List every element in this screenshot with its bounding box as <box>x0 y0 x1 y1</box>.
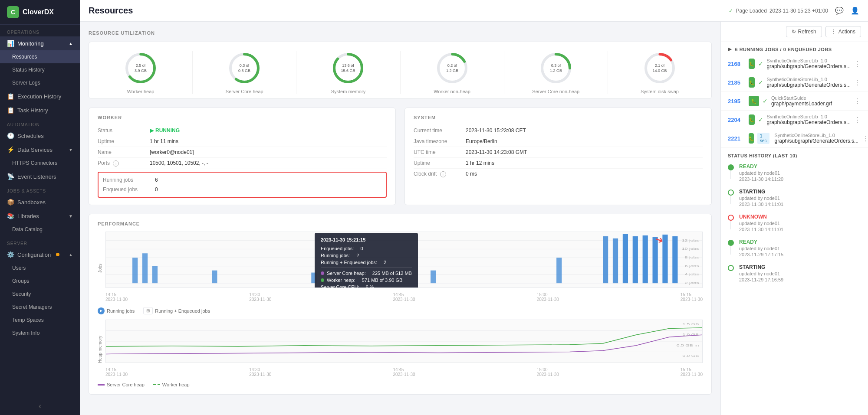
sidebar-item-schedules[interactable]: 🕐 Schedules <box>0 129 80 143</box>
sidebar-item-libraries[interactable]: 📚 Libraries ▼ <box>0 209 80 223</box>
sidebar-collapse-button[interactable]: ‹ <box>0 397 80 415</box>
job-item-2195[interactable]: 2195 🐛 ✓ QuickStartGuide graph/paymentsL… <box>721 92 868 111</box>
worker-status-row: Status ▶ RUNNING <box>98 125 387 136</box>
status-connector-4 <box>730 246 731 255</box>
job-icon-2168: 🐛 <box>749 59 755 69</box>
job-item-2168[interactable]: 2168 🐛 ✓ SyntheticOnlineStoreLib_1.0 gra… <box>721 55 868 73</box>
running-play-icon: ▶ <box>150 127 154 134</box>
gauge-server-core-non-heap: 0.3 of 1.2 GB Server Core non-heap <box>504 51 608 94</box>
job-more-2221[interactable]: ⋮ <box>862 134 868 143</box>
gauge-worker-non-heap: 0.2 of 1.2 GB Worker non-heap <box>401 51 504 94</box>
page-loaded-time: 2023-11-30 15:23 +01:00 <box>769 8 828 14</box>
svg-rect-49 <box>662 235 667 283</box>
java-timezone-row: Java timezone Europe/Berlin <box>414 136 703 147</box>
sidebar-item-execution-history[interactable]: 📋 Execution History <box>0 89 80 103</box>
job-path-2221: graph/subgraph/GenerateOrders.s... <box>775 138 858 144</box>
schedules-icon: 🕐 <box>7 132 14 139</box>
sidebar-item-temp-spaces[interactable]: Temp Spaces <box>0 314 80 327</box>
legend-running-jobs: ▶ Running jobs <box>98 307 135 314</box>
jobs-y-label: Jobs <box>98 232 105 304</box>
java-timezone-key: Java timezone <box>414 138 466 144</box>
actions-button[interactable]: ⋮ Actions <box>825 26 861 37</box>
sidebar-item-data-catalog[interactable]: Data Catalog <box>0 223 80 236</box>
worker-ports-row: Ports i 10500, 10501, 10502, -, - <box>98 158 387 169</box>
svg-rect-36 <box>132 258 138 283</box>
configuration-icon: ⚙️ <box>7 251 14 258</box>
svg-rect-47 <box>643 235 648 283</box>
system-panel: SYSTEM Current time 2023-11-30 15:23:08 … <box>404 108 712 205</box>
job-id-2168: 2168 <box>728 61 745 67</box>
sidebar-item-resources[interactable]: Resources <box>0 50 80 63</box>
job-item-2185[interactable]: 2185 🐛 ✓ SyntheticOnlineStoreLib_1.0 gra… <box>721 73 868 92</box>
clock-drift-key: Clock drift i <box>414 171 466 177</box>
gauge-system-memory: 13.6 of 15.6 GB System memory <box>296 51 400 94</box>
system-panel-title: SYSTEM <box>414 115 703 120</box>
sidebar-item-monitoring-label: Monitoring <box>17 40 44 47</box>
libraries-expand-icon: ▼ <box>69 214 73 219</box>
job-more-2195[interactable]: ⋮ <box>854 97 861 105</box>
job-more-2168[interactable]: ⋮ <box>854 60 861 68</box>
sidebar-item-https-connectors[interactable]: HTTPS Connectors <box>0 157 80 170</box>
section-label-server: SERVER <box>0 236 80 248</box>
sidebar-item-https-connectors-label: HTTPS Connectors <box>12 160 57 166</box>
job-more-2204[interactable]: ⋮ <box>854 116 861 124</box>
gauge-worker-heap: 2.5 of 3.9 GB Worker heap <box>89 51 193 94</box>
refresh-button[interactable]: ↻ Refresh <box>786 26 822 37</box>
status-meta-unknown: updated by node01 <box>739 221 861 226</box>
info-panels: WORKER Status ▶ RUNNING Uptime 1 hr 11 m… <box>89 108 712 205</box>
enqueued-jobs-value: 0 <box>155 186 158 193</box>
server-core-heap-legend-line <box>98 384 105 386</box>
svg-text:0.5 GB: 0.5 GB <box>238 69 250 73</box>
sidebar-item-system-info[interactable]: System Info <box>0 327 80 340</box>
sidebar-item-data-services[interactable]: ⚡ Data Services ▼ <box>0 143 80 157</box>
ports-info-icon[interactable]: i <box>113 160 119 167</box>
sidebar-item-configuration[interactable]: ⚙️ Configuration ▲ <box>0 248 80 261</box>
svg-rect-45 <box>623 234 628 283</box>
sidebar-item-event-listeners[interactable]: 📡 Event Listeners <box>0 170 80 183</box>
job-item-2221[interactable]: 2221 🐛 1 sec SyntheticOnlineStoreLib_1.0… <box>721 129 868 148</box>
sidebar-item-users[interactable]: Users <box>0 261 80 274</box>
status-dot-starting-1 <box>728 190 734 196</box>
status-history-section: STATUS HISTORY (LAST 10) READY updated b… <box>721 148 868 294</box>
sidebar-item-secret-managers[interactable]: Secret Managers <box>0 301 80 314</box>
sidebar-item-sandboxes[interactable]: 📦 Sandboxes <box>0 195 80 209</box>
status-time-starting-1: 2023-11-30 14:11:01 <box>739 202 861 207</box>
page-title: Resources <box>89 6 133 16</box>
svg-rect-50 <box>672 236 677 283</box>
gauge-worker-heap-label: Worker heap <box>127 89 155 94</box>
java-timezone-value: Europe/Berlin <box>466 138 497 144</box>
chart-legend: ▶ Running jobs ⊞ Running + Enqueued jobs <box>98 307 703 314</box>
sidebar-item-security[interactable]: Security <box>0 288 80 301</box>
performance-title: PERFORMANCE <box>98 221 703 226</box>
status-time-unknown: 2023-11-30 14:11:01 <box>739 227 861 232</box>
current-time-value: 2023-11-30 15:23:08 CET <box>466 127 526 134</box>
svg-rect-43 <box>603 236 608 283</box>
sidebar-item-groups[interactable]: Groups <box>0 274 80 288</box>
sidebar-item-task-history[interactable]: 📋 Task History <box>0 103 80 117</box>
status-content-ready-1: READY updated by node01 2023-11-30 14:11… <box>739 163 861 182</box>
logo-text: CloverDX <box>23 8 54 16</box>
sidebar-item-server-logs[interactable]: Server Logs <box>0 76 80 89</box>
sidebar-item-monitoring[interactable]: 📊 Monitoring ▲ <box>0 36 80 50</box>
enqueued-jobs-row: Enqueued jobs 0 <box>103 185 381 194</box>
job-name-2204: SyntheticOnlineStoreLib_1.0 <box>767 114 851 119</box>
worker-ports-key: Ports i <box>98 160 150 167</box>
status-content-starting-1: STARTING updated by node01 2023-11-30 14… <box>739 189 861 207</box>
messages-icon[interactable]: 💬 <box>835 7 844 15</box>
sidebar-item-server-logs-label: Server Logs <box>12 80 40 86</box>
svg-rect-38 <box>152 266 158 283</box>
svg-text:1.5 GB: 1.5 GB <box>682 322 699 326</box>
clock-drift-info-icon[interactable]: i <box>440 171 446 177</box>
sidebar-item-task-history-label: Task History <box>17 107 48 114</box>
status-item-unknown: UNKNOWN updated by node01 2023-11-30 14:… <box>728 214 861 232</box>
job-icon-2221: 🐛 <box>749 133 754 144</box>
status-item-starting-2: STARTING updated by node01 2023-11-29 17… <box>728 264 861 282</box>
job-more-2185[interactable]: ⋮ <box>854 78 861 87</box>
svg-rect-46 <box>633 236 638 283</box>
user-icon[interactable]: 👤 <box>851 7 859 15</box>
sidebar-item-status-history[interactable]: Status History <box>0 63 80 76</box>
sidebar-item-libraries-label: Libraries <box>17 213 39 219</box>
status-item-starting-1: STARTING updated by node01 2023-11-30 14… <box>728 189 861 207</box>
job-item-2204[interactable]: 2204 🐛 ✓ SyntheticOnlineStoreLib_1.0 gra… <box>721 111 868 129</box>
running-jobs-count: 6 RUNNING JOBS / 0 ENQUEUED JOBS <box>735 47 832 52</box>
